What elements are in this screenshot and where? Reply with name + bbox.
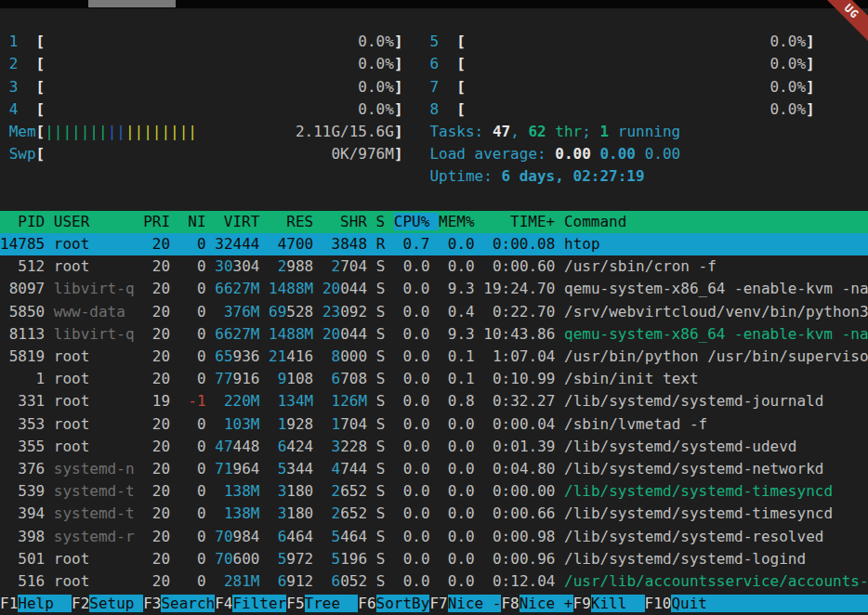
process-row[interactable]: 8113 libvirt-q 20 0 6627M 1488M 20044 S … xyxy=(0,323,868,346)
cpu-meter-row: 2 [ 0.0%] 6 [ 0.0%] xyxy=(0,53,868,75)
fkey-filter[interactable]: F4 xyxy=(215,595,232,612)
process-row[interactable]: 14785 root 20 0 32444 4700 3848 R 0.7 0.… xyxy=(0,233,868,255)
blank-line xyxy=(0,189,868,211)
fkey-setup[interactable]: F2 xyxy=(72,595,89,612)
fkey-tree[interactable]: F5 xyxy=(286,595,304,612)
fkey-nice-[interactable]: F7 xyxy=(429,595,447,612)
fkey-kill[interactable]: F9 xyxy=(573,595,591,612)
process-row[interactable]: 376 systemd-n 20 0 71964 5344 4744 S 0.0… xyxy=(0,458,868,480)
process-row[interactable]: 512 root 20 0 30304 2988 2704 S 0.0 0.0 … xyxy=(0,255,868,278)
cpu-meter-row: 1 [ 0.0%] 5 [ 0.0%] xyxy=(0,31,868,53)
fkey-nice-[interactable]: F8 xyxy=(501,595,519,612)
fkey-quit[interactable]: F10 xyxy=(645,595,672,612)
window-tab-fragment[interactable] xyxy=(88,0,176,7)
fkey-search[interactable]: F3 xyxy=(143,595,161,612)
process-row[interactable]: 394 systemd-t 20 0 138M 3180 2652 S 0.0 … xyxy=(0,503,868,525)
uptime-row: Uptime: 6 days, 02:27:19 xyxy=(0,165,868,188)
process-row[interactable]: 5850 www-data 20 0 376M 69528 23092 S 0.… xyxy=(0,301,868,323)
cpu-meter-row: 4 [ 0.0%] 8 [ 0.0%] xyxy=(0,98,868,121)
htop-terminal: UG 1 [ 0.0%] 5 [ 0.0%] 2 [ 0.0%] 6 [ 0.0… xyxy=(0,0,868,615)
process-row[interactable]: 516 root 20 0 281M 6912 6052 S 0.0 0.0 0… xyxy=(0,570,868,593)
process-row[interactable]: 8097 libvirt-q 20 0 6627M 1488M 20044 S … xyxy=(0,278,868,300)
fkey-help[interactable]: F1 xyxy=(0,595,18,612)
table-header[interactable]: PID USER PRI NI VIRT RES SHR S CPU% MEM%… xyxy=(0,211,868,233)
process-row[interactable]: 353 root 20 0 103M 1928 1704 S 0.0 0.0 0… xyxy=(0,413,868,436)
blank-line xyxy=(0,8,868,31)
process-row[interactable]: 331 root 19 -1 220M 134M 126M S 0.0 0.8 … xyxy=(0,390,868,412)
swap-meter-row: Swp[ 0K/976M] Load average: 0.00 0.00 0.… xyxy=(0,143,868,165)
process-row[interactable]: 355 root 20 0 47448 6424 3228 S 0.0 0.0 … xyxy=(0,436,868,458)
process-row[interactable]: 5819 root 20 0 65936 21416 8000 S 0.0 0.… xyxy=(0,346,868,368)
fkey-sortby[interactable]: F6 xyxy=(358,595,375,612)
function-key-bar: F1Help F2Setup F3SearchF4FilterF5Tree F6… xyxy=(0,593,868,615)
cpu-meter-row: 3 [ 0.0%] 7 [ 0.0%] xyxy=(0,76,868,98)
mem-meter-row: Mem[||||||||||||||||| 2.11G/15.6G] Tasks… xyxy=(0,121,868,143)
process-row[interactable]: 398 systemd-r 20 0 70984 6464 5464 S 0.0… xyxy=(0,526,868,548)
process-row[interactable]: 1 root 20 0 77916 9108 6708 S 0.0 0.1 0:… xyxy=(0,368,868,390)
process-row[interactable]: 539 systemd-t 20 0 138M 3180 2652 S 0.0 … xyxy=(0,480,868,503)
process-row[interactable]: 501 root 20 0 70600 5972 5196 S 0.0 0.0 … xyxy=(0,548,868,570)
